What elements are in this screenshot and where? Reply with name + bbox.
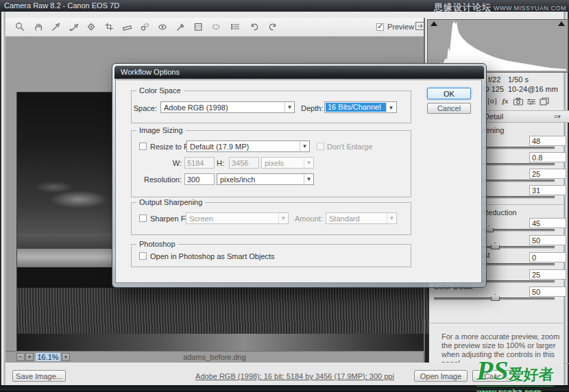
dropdown-arrow-icon: ▼ (284, 102, 294, 112)
adjustment-brush-tool-icon[interactable] (175, 22, 186, 32)
height-input[interactable] (229, 157, 259, 169)
sharpen-masking-input[interactable] (529, 185, 566, 195)
sharpen-radius-input[interactable] (529, 152, 566, 162)
width-input[interactable] (184, 157, 215, 169)
dropdown-arrow-icon: ▼ (386, 103, 396, 112)
image-sizing-legend: Image Sizing (136, 126, 186, 134)
sharpen-amount-input[interactable] (529, 136, 566, 146)
dropdown-arrow-icon: ▼ (278, 213, 288, 223)
dropdown-arrow-icon: ▼ (304, 158, 313, 168)
resize-to-fit-dropdown[interactable]: Default (17.9 MP)▼ (186, 140, 310, 152)
watermark-missyuan: 思缘设计论坛 WWW.MISSYUAN.COM (434, 1, 566, 14)
resize-to-fit-checkbox[interactable] (139, 143, 147, 150)
shadow-clipping-icon[interactable] (431, 21, 437, 26)
targeted-adjustment-tool-icon[interactable] (86, 22, 97, 32)
tab-snapshots-icon[interactable] (538, 97, 550, 108)
hand-tool-icon[interactable] (34, 22, 45, 32)
photo-grass (17, 288, 428, 336)
white-balance-tool-icon[interactable] (51, 22, 62, 32)
photoshop-legend: Photoshop (136, 240, 178, 248)
dont-enlarge-label: Don't Enlarge (327, 143, 372, 151)
output-sharpening-legend: Output Sharpening (136, 198, 205, 206)
save-image-button[interactable]: Save Image... (12, 370, 66, 382)
depth-label: Depth: (301, 104, 323, 112)
dropdown-arrow-icon: ▼ (387, 213, 396, 223)
nr-color-detail-slider[interactable] (434, 297, 555, 300)
workflow-options-link[interactable]: Adobe RGB (1998); 16 bit; 5184 by 3456 (… (178, 372, 411, 380)
dialog-cancel-button[interactable]: Cancel (427, 103, 471, 114)
preview-label: Preview (387, 23, 414, 31)
section-divider (431, 323, 564, 323)
straighten-tool-icon[interactable] (122, 22, 133, 32)
shutter-value: 1/50 s (508, 75, 529, 84)
amount-label: Amount: (295, 215, 323, 223)
dialog-ok-button[interactable]: OK (427, 88, 471, 99)
watermark-psahz: PS爱好者 www.psahz.com (476, 359, 554, 392)
radial-filter-tool-icon[interactable] (211, 22, 222, 32)
resolution-input[interactable] (184, 173, 215, 185)
dialog-title: Workflow Options (121, 66, 180, 79)
tab-camera-calibration-icon[interactable] (512, 97, 524, 108)
window-frame-left (0, 12, 5, 386)
zoom-tool-icon[interactable] (15, 22, 26, 32)
space-dropdown[interactable]: Adobe RGB (1998)▼ (160, 101, 295, 113)
nr-luminance-detail-input[interactable] (529, 235, 566, 245)
amount-dropdown[interactable]: Standard▼ (326, 212, 397, 224)
toolbar: Preview (5, 18, 424, 37)
graduated-filter-tool-icon[interactable] (193, 22, 204, 32)
depth-dropdown[interactable]: 16 Bits/Channel▼ (324, 101, 397, 113)
color-sampler-tool-icon[interactable] (69, 22, 80, 32)
rotate-left-icon[interactable] (250, 22, 261, 32)
dont-enlarge-checkbox[interactable] (317, 143, 324, 150)
nr-color-detail-input[interactable] (529, 286, 566, 297)
tab-presets-icon[interactable] (525, 97, 537, 108)
lens-value: 10-24@16 mm (508, 85, 558, 93)
dialog-title-bar[interactable]: Workflow Options (114, 66, 484, 79)
panel-menu-icon[interactable]: ≡▾ (554, 111, 561, 122)
tab-effects-fx-icon[interactable]: fx (499, 97, 511, 108)
color-space-legend: Color Space (136, 86, 184, 95)
nr-luminance-input[interactable] (529, 218, 566, 228)
preview-checkbox[interactable] (376, 23, 384, 31)
crop-tool-icon[interactable] (104, 22, 115, 32)
size-unit-dropdown[interactable]: pixels▼ (261, 157, 314, 169)
space-label: Space: (131, 104, 157, 112)
preferences-icon[interactable] (230, 22, 241, 32)
window-title: Camera Raw 8.2 - Canon EOS 7D (4, 0, 119, 12)
smart-objects-checkbox[interactable] (139, 252, 147, 260)
nr-color-input[interactable] (529, 269, 566, 280)
open-image-button[interactable]: Open Image (414, 370, 468, 382)
aperture-value: f/22 (488, 75, 500, 84)
dropdown-arrow-icon: ▼ (300, 141, 309, 151)
preview-toggle[interactable]: Preview (376, 23, 414, 31)
width-label: W: (165, 159, 182, 167)
sharpen-for-checkbox[interactable] (139, 215, 147, 222)
workflow-options-dialog: Workflow Options Color Space Space: Adob… (112, 63, 487, 288)
fullscreen-toggle-icon[interactable] (415, 21, 427, 33)
rotate-right-icon[interactable] (267, 22, 278, 32)
resolution-label: Resolution: (134, 175, 182, 184)
highlight-clipping-icon[interactable] (558, 21, 565, 26)
height-label: H: (217, 159, 224, 167)
camera-raw-window: Camera Raw 8.2 - Canon EOS 7D Preview (0, 0, 569, 392)
spot-removal-tool-icon[interactable] (140, 22, 151, 32)
sharpen-detail-input[interactable] (529, 169, 566, 179)
smart-objects-label: Open in Photoshop as Smart Objects (150, 252, 275, 260)
filename: adams_before.dng (5, 353, 424, 361)
nr-luminance-contrast-input[interactable] (529, 252, 566, 262)
sharpen-for-dropdown[interactable]: Screen▼ (186, 212, 289, 224)
dropdown-arrow-icon: ▼ (304, 174, 313, 184)
resolution-unit-dropdown[interactable]: pixels/inch▼ (217, 173, 314, 185)
red-eye-tool-icon[interactable] (158, 22, 169, 32)
detail-panel-title: Detail (484, 111, 503, 122)
tab-lens-corrections-icon[interactable] (486, 97, 498, 108)
